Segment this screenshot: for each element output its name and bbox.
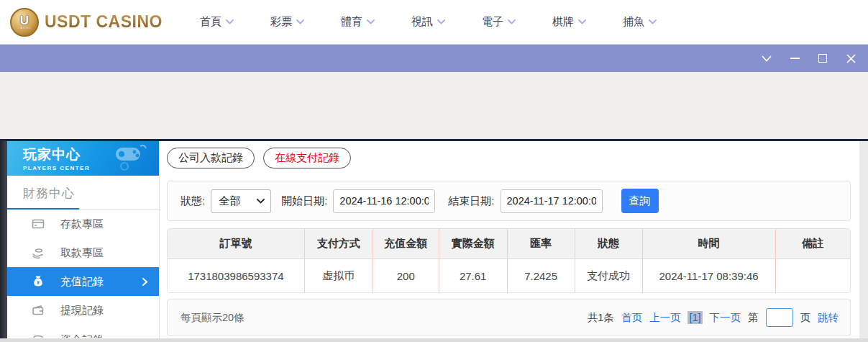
records-table: 訂單號 支付方式 充值金額 實際金額 匯率 狀態 時間 備註 173180398… <box>167 228 851 293</box>
chevron-down-icon <box>578 19 586 24</box>
nav-label: 電子 <box>482 15 503 29</box>
start-date-input[interactable] <box>333 189 435 213</box>
sidebar-section: 財務中心 <box>7 176 159 202</box>
window-right-edge <box>859 141 868 338</box>
money-bag-icon: ¥ <box>32 275 45 288</box>
cell-recharge-amount: 200 <box>373 259 439 292</box>
section-title: 財務中心 <box>23 185 159 202</box>
minimize-icon[interactable] <box>789 53 800 64</box>
table-row: 1731803986593374 虚拟币 200 27.61 7.2425 支付… <box>168 259 850 292</box>
nav-item-home[interactable]: 首頁 <box>200 15 234 29</box>
nav-item-cards[interactable]: 棋牌 <box>552 15 586 29</box>
jump-button[interactable]: 跳转 <box>818 311 839 325</box>
nav-label: 彩票 <box>270 15 292 29</box>
nav-label: 體育 <box>341 15 362 29</box>
nav-item-slots[interactable]: 電子 <box>482 15 516 29</box>
start-date-label: 開始日期: <box>281 194 327 208</box>
logo-small-text: CASINO <box>18 26 31 30</box>
nav-item-lottery[interactable]: 彩票 <box>270 15 304 29</box>
collapse-icon[interactable] <box>761 53 772 64</box>
first-page-link[interactable]: 首页 <box>621 311 642 325</box>
cell-time: 2024-11-17 08:39:46 <box>642 259 775 292</box>
col-actual-amount: 實際金額 <box>439 229 507 259</box>
table-header-row: 訂單號 支付方式 充值金額 實際金額 匯率 狀態 時間 備註 <box>168 229 850 259</box>
chevron-down-icon <box>649 19 657 24</box>
coins-icon <box>32 333 45 338</box>
sidebar-item-label: 資金記錄 <box>60 333 104 338</box>
sidebar-item-label: 存款專區 <box>60 217 104 231</box>
maximize-icon[interactable] <box>817 53 828 64</box>
nav-item-live[interactable]: 視訊 <box>411 15 445 29</box>
col-recharge-amount: 充值金額 <box>373 229 439 259</box>
jump-suffix-label: 页 <box>800 311 811 325</box>
tab-company-deposit-records[interactable]: 公司入款記錄 <box>167 148 255 168</box>
nav-label: 棋牌 <box>552 15 574 29</box>
player-center-sidebar: 玩家中心 PLAYERS CENTER 財務中心 存款專區 <box>7 141 160 338</box>
col-exchange-rate: 匯率 <box>507 229 575 259</box>
logo-letter: U <box>20 15 29 26</box>
brand-name: USDT CASINO <box>45 12 163 32</box>
deposit-card-icon <box>32 217 45 230</box>
content-region: 玩家中心 PLAYERS CENTER 財務中心 存款專區 <box>0 141 868 338</box>
prev-page-link[interactable]: 上一页 <box>649 311 681 325</box>
chevron-down-icon <box>296 19 304 24</box>
sidebar-item-label: 提現記錄 <box>60 304 104 318</box>
pagination-bar: 每頁顯示20條 共1条 首页 上一页 [1] 下一页 第 页 跳转 <box>167 299 851 336</box>
cell-remark <box>775 259 850 292</box>
sidebar-item-withdrawal-records[interactable]: 提現記錄 <box>7 296 159 325</box>
usdt-coin-icon: U CASINO <box>10 8 39 37</box>
query-button[interactable]: 查詢 <box>621 189 659 213</box>
total-count-text: 共1条 <box>588 311 614 325</box>
chevron-down-icon <box>508 19 516 24</box>
window-left-edge <box>0 141 7 338</box>
page-jump-input[interactable] <box>766 308 793 327</box>
col-remark: 備註 <box>775 229 850 259</box>
status-selected-value: 全部 <box>219 194 240 208</box>
cell-exchange-rate: 7.2425 <box>507 259 575 292</box>
nav-label: 視訊 <box>411 15 433 29</box>
cell-status: 支付成功 <box>575 259 642 292</box>
pagination-controls: 共1条 首页 上一页 [1] 下一页 第 页 跳转 <box>588 308 839 327</box>
end-date-input[interactable] <box>501 189 603 213</box>
tab-online-payment-records[interactable]: 在線支付記錄 <box>263 148 351 168</box>
next-page-link[interactable]: 下一页 <box>710 311 741 325</box>
svg-text:¥: ¥ <box>37 280 40 285</box>
sidebar-header: 玩家中心 PLAYERS CENTER <box>7 141 159 176</box>
chevron-down-icon <box>226 19 234 24</box>
end-date-label: 結束日期: <box>448 194 494 208</box>
sidebar-item-label: 充值記錄 <box>60 275 104 289</box>
record-tabs: 公司入款記錄 在線支付記錄 <box>167 148 851 168</box>
window-titlebar <box>0 45 868 72</box>
jump-prefix-label: 第 <box>748 311 759 325</box>
nav-item-fishing[interactable]: 捕魚 <box>623 15 657 29</box>
brand-logo[interactable]: U CASINO USDT CASINO <box>10 8 191 37</box>
main-panel: 公司入款記錄 在線支付記錄 狀態: 全部 開始日期: 結束日期: 查詢 訂單號 <box>160 141 859 338</box>
nav-item-sports[interactable]: 體育 <box>341 15 375 29</box>
wallet-icon <box>32 304 45 317</box>
cell-payment-method: 虚拟币 <box>304 259 373 292</box>
chevron-down-icon <box>437 19 445 24</box>
empty-banner-area <box>0 72 868 139</box>
col-payment-method: 支付方式 <box>304 229 373 259</box>
cell-order-number: 1731803986593374 <box>168 259 304 292</box>
hand-coins-icon <box>32 246 45 259</box>
col-time: 時間 <box>642 229 775 259</box>
filter-bar: 狀態: 全部 開始日期: 結束日期: 查詢 <box>167 181 851 221</box>
page-size-text: 每頁顯示20條 <box>181 311 245 325</box>
sidebar-item-recharge-records[interactable]: ¥ 充值記錄 <box>7 267 159 296</box>
nav-label: 首頁 <box>200 15 221 29</box>
col-status: 狀態 <box>575 229 642 259</box>
status-label: 狀態: <box>181 194 205 208</box>
cell-actual-amount: 27.61 <box>439 259 507 292</box>
sidebar-item-funds-records[interactable]: 資金記錄 <box>7 325 159 338</box>
sidebar-item-withdraw-zone[interactable]: 取款專區 <box>7 238 159 267</box>
nav-label: 捕魚 <box>623 15 644 29</box>
col-order-number: 訂單號 <box>168 229 304 259</box>
status-select[interactable]: 全部 <box>211 189 271 213</box>
chevron-right-icon <box>142 278 147 286</box>
top-navbar: U CASINO USDT CASINO 首頁 彩票 體育 視訊 電子 棋牌 <box>0 0 868 45</box>
close-icon[interactable] <box>845 53 856 64</box>
sidebar-item-deposit-zone[interactable]: 存款專區 <box>7 210 159 238</box>
window-bottom-edge <box>0 338 868 342</box>
main-menu: 首頁 彩票 體育 視訊 電子 棋牌 捕魚 <box>200 15 657 29</box>
